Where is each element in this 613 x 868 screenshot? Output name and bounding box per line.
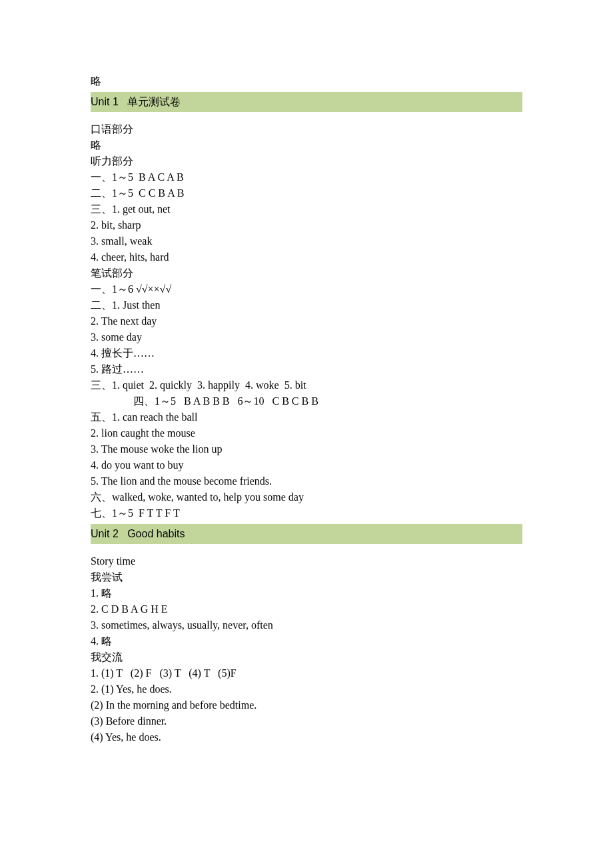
unit2-heading-title: Good habits <box>127 526 185 542</box>
text-line: (2) In the morning and before bedtime. <box>91 697 522 713</box>
text-line: 二、1. Just then <box>91 297 522 313</box>
text-line: 二、1～5 C C B A B <box>91 185 522 201</box>
text-line: 4. do you want to buy <box>91 457 522 473</box>
text-line: 3. The mouse woke the lion up <box>91 441 522 457</box>
text-line: 听力部分 <box>91 153 522 169</box>
text-line: (4) Yes, he does. <box>91 729 522 745</box>
unit1-heading-unit: Unit 1 <box>91 94 127 110</box>
text-line: 2. C D B A G H E <box>91 601 522 617</box>
text-line: 我交流 <box>91 649 522 665</box>
text-line: 五、1. can reach the ball <box>91 409 522 425</box>
unit2-heading: Unit 2 Good habits <box>91 524 522 544</box>
text-line: 七、1～5 F T T F T <box>91 505 522 521</box>
text-line: 六、walked, woke, wanted to, help you some… <box>91 489 522 505</box>
text-line: 2. bit, sharp <box>91 217 522 233</box>
text-line: 1. 略 <box>91 585 522 601</box>
text-line-indent: 四、1～5 B A B B B 6～10 C B C B B <box>91 393 522 409</box>
text-line: Story time <box>91 553 522 569</box>
top-line: 略 <box>91 73 522 89</box>
text-line: 略 <box>91 137 522 153</box>
text-line: 4. 擅长于…… <box>91 345 522 361</box>
text-line: 4. 略 <box>91 633 522 649</box>
text-line: 5. The lion and the mouse become friends… <box>91 473 522 489</box>
text-line: 2. lion caught the mouse <box>91 425 522 441</box>
text-line: 我尝试 <box>91 569 522 585</box>
text-line: 三、1. quiet 2. quickly 3. happily 4. woke… <box>91 377 522 393</box>
page: 略 Unit 1 单元测试卷 口语部分 略 听力部分 一、1～5 B A C A… <box>0 0 613 785</box>
text-line: 一、1～5 B A C A B <box>91 169 522 185</box>
text-line: 笔试部分 <box>91 265 522 281</box>
text-line: 4. cheer, hits, hard <box>91 249 522 265</box>
text-line: 5. 路过…… <box>91 361 522 377</box>
unit1-heading-title: 单元测试卷 <box>127 94 181 110</box>
text-line: 2. (1) Yes, he does. <box>91 681 522 697</box>
text-line: (3) Before dinner. <box>91 713 522 729</box>
unit2-heading-unit: Unit 2 <box>91 526 127 542</box>
unit1-heading: Unit 1 单元测试卷 <box>91 92 522 112</box>
text-line: 3. sometimes, always, usually, never, of… <box>91 617 522 633</box>
text-line: 2. The next day <box>91 313 522 329</box>
text-line: 一、1～6 √√××√√ <box>91 281 522 297</box>
text-line: 3. some day <box>91 329 522 345</box>
text-line: 口语部分 <box>91 121 522 137</box>
text-line: 3. small, weak <box>91 233 522 249</box>
text-line: 1. (1) T (2) F (3) T (4) T (5)F <box>91 665 522 681</box>
text-line: 三、1. get out, net <box>91 201 522 217</box>
